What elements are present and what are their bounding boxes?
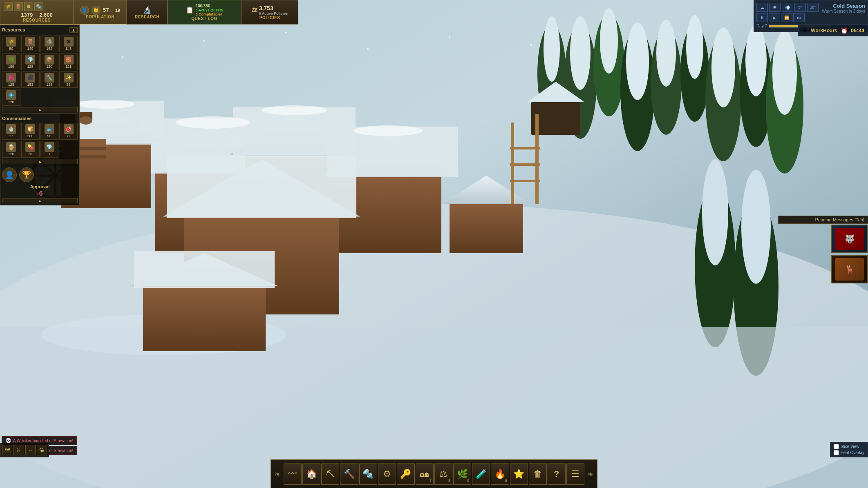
tab-resources[interactable]: 🌾 🪵 ⚙ 🔩 1379 2,600 Resources <box>0 0 74 25</box>
toolbar-mine[interactable]: ⛏ <box>321 463 339 485</box>
resource-item[interactable]: 🧱 121 <box>59 53 78 70</box>
toolbar-build-serpent[interactable]: 〰 <box>284 463 302 485</box>
toolbar-settings[interactable]: ⚙ <box>378 463 396 485</box>
toolbar-menu[interactable]: ☰ <box>566 463 584 485</box>
res-val-3: 162 <box>46 47 52 51</box>
resource-item[interactable]: 🧶 128 <box>2 71 20 88</box>
resource-item[interactable]: 🪨 162 <box>40 36 59 52</box>
consumables-expand[interactable]: ▲ <box>2 159 78 164</box>
resource-item[interactable]: ⬛ 153 <box>21 71 40 88</box>
resource-item[interactable]: 🌾 80 <box>2 36 20 52</box>
resource-item[interactable]: 📦 120 <box>40 53 59 70</box>
svg-point-21 <box>0 204 868 488</box>
slice-view-label: Slice View <box>834 444 864 449</box>
toolbar-delete[interactable]: 🗑 <box>529 463 547 485</box>
approval-expand[interactable]: ▲ <box>2 198 78 203</box>
resources-collapse[interactable]: ▲ <box>69 27 78 33</box>
svg-point-10 <box>656 20 676 87</box>
consumable-item[interactable]: 🍺 120 <box>2 141 20 158</box>
weather-icon-cloud[interactable]: ☁ <box>756 3 768 12</box>
svg-rect-22 <box>155 172 270 253</box>
season-notice: Warm Season in 3 days <box>822 9 865 13</box>
pop-extra: 19 <box>115 8 120 13</box>
season-label: Cold Season <box>822 3 865 9</box>
resource-item[interactable]: ✨ 56 <box>59 71 78 88</box>
resource-item[interactable]: 💠 128 <box>2 89 20 106</box>
quest-completable: 0 Completable! <box>195 12 223 16</box>
sidebar-map-btn[interactable]: 🗺 <box>2 445 12 455</box>
svg-point-76 <box>530 44 532 46</box>
resource-item[interactable]: 🪵 149 <box>21 36 40 52</box>
food-icon: 🌾 <box>6 37 16 47</box>
weather-icon-wind[interactable]: 💨 <box>782 3 793 12</box>
tab-population[interactable]: 👤 👶 57 / 19 Population <box>74 0 127 25</box>
toolbar-build-house[interactable]: 🏠 <box>302 463 320 485</box>
resource-item[interactable]: 🔧 128 <box>40 71 59 88</box>
tab-quest-log[interactable]: 📋 100/350 0 Active Quests 0 Completable!… <box>168 0 241 25</box>
resources-row2: 🌿 189 💎 128 📦 120 🧱 121 <box>2 53 78 70</box>
svg-point-38 <box>262 105 327 115</box>
svg-rect-66 <box>511 123 514 204</box>
toolbar-research[interactable]: 🧪 <box>472 463 490 485</box>
message-thumb-1[interactable]: 🐺 <box>831 225 868 253</box>
svg-point-17 <box>766 39 803 174</box>
svg-point-7 <box>620 29 655 151</box>
resource-item[interactable]: 🌿 189 <box>2 53 20 70</box>
svg-rect-19 <box>531 102 580 135</box>
weather-icon-snow[interactable]: 🌨 <box>769 3 781 12</box>
cons-val-6: 28 <box>28 152 32 156</box>
svg-point-4 <box>570 16 591 90</box>
pause-btn[interactable]: ⏸ <box>756 13 768 22</box>
pop-separator: / <box>112 8 113 13</box>
speed1-btn[interactable]: ▶ <box>769 13 780 22</box>
speed3-btn[interactable]: ⏭ <box>793 13 805 22</box>
heat-overlay-checkbox[interactable] <box>834 450 839 455</box>
speed2-btn[interactable]: ⏩ <box>781 13 792 22</box>
svg-point-15 <box>740 33 772 147</box>
toolbar-star[interactable]: ⭐ <box>510 463 528 485</box>
resource-item[interactable]: 💎 128 <box>21 53 40 70</box>
svg-point-55 <box>79 116 92 125</box>
res-val-7: 120 <box>46 65 52 69</box>
toolbar-key[interactable]: 🔑 <box>397 463 415 485</box>
toolbar-nature[interactable]: 🌿 9 <box>453 463 471 485</box>
toolbar-craft[interactable]: 🔩 <box>359 463 377 485</box>
metal-icon: 🔧 <box>45 73 54 82</box>
consumable-item[interactable]: 💊 28 <box>21 141 40 158</box>
toolbar-village[interactable]: 🏘 7 <box>416 463 434 485</box>
svg-point-1 <box>537 25 566 123</box>
resources-expand-bottom[interactable]: ▲ <box>2 107 78 112</box>
svg-point-9 <box>651 29 682 135</box>
consumable-item[interactable]: 🐟 96 <box>40 123 59 140</box>
slice-view-panel: Slice View Heat Overlay <box>830 442 868 457</box>
message-thumb-2[interactable]: 🦌 <box>831 255 868 283</box>
svg-point-39 <box>78 100 135 109</box>
tab-population-label: Population <box>86 15 114 19</box>
consumable-item[interactable]: 🥩 8 <box>59 123 78 140</box>
meat-icon: 🥩 <box>64 124 74 134</box>
toolbar-village-badge: 7 <box>430 479 432 483</box>
toolbar-fire[interactable]: 🔥 0 <box>491 463 509 485</box>
toolbar-ornament-right: ❧ <box>587 469 594 479</box>
sidebar-arrows-btn[interactable]: ↔ <box>25 445 36 455</box>
bread-icon: 🍞 <box>25 124 35 134</box>
tab-research[interactable]: 🔬 Research <box>127 0 168 25</box>
toolbar-dig[interactable]: 🔨 <box>340 463 358 485</box>
svg-point-73 <box>367 48 369 50</box>
consumable-item[interactable]: 🍞 260 <box>21 123 40 140</box>
quest-active: 0 Active Quests <box>195 8 223 12</box>
tab-policies[interactable]: ⚖ 3,753 0 Active Policies Policies <box>241 0 298 25</box>
sidebar-weather-btn[interactable]: 🌤 <box>37 445 47 455</box>
toolbar-balance[interactable]: ⚖ 8 <box>434 463 452 485</box>
sidebar-sword-btn[interactable]: ⚔ <box>13 445 24 455</box>
consumable-item[interactable]: 💎 1 <box>40 141 59 158</box>
svg-rect-70 <box>510 180 540 182</box>
toolbar-help[interactable]: ? <box>548 463 566 485</box>
resource-item[interactable]: ⚙ 143 <box>59 36 78 52</box>
svg-marker-62 <box>131 253 278 286</box>
temp-low: 5° <box>794 3 806 12</box>
slice-view-checkbox[interactable] <box>834 444 839 449</box>
cons-val-7: 1 <box>48 152 50 156</box>
toolbar-fire-badge: 0 <box>505 479 507 483</box>
consumable-item[interactable]: 🍵 17 <box>2 123 20 140</box>
